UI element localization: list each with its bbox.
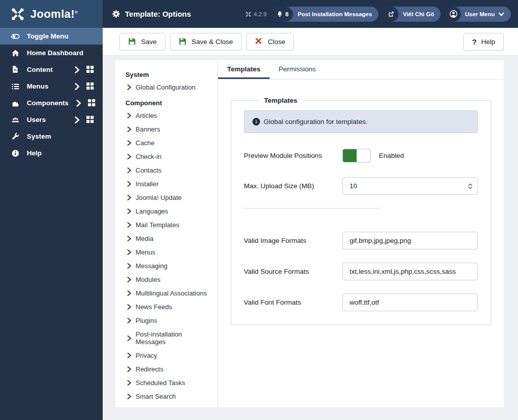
tree-item[interactable]: Languages [124, 206, 211, 217]
dashboard-grid-icon[interactable] [86, 65, 95, 74]
x-icon [255, 37, 264, 46]
valid-image-formats-label: Valid Image Formats [244, 237, 342, 244]
chevron-right-icon [127, 236, 132, 241]
tree-item-label: Plugins [136, 317, 157, 324]
frontend-preview-label: Viết Chì Gõ [403, 11, 434, 17]
tree-item-label: Messaging [136, 262, 167, 270]
user-menu-button[interactable]: User Menu [446, 7, 511, 22]
tree-group-system: System [125, 71, 211, 78]
tree-item[interactable]: Smart Search [124, 391, 211, 402]
tree-item[interactable]: Articles [124, 110, 211, 121]
chevron-right-icon [127, 208, 132, 214]
save-button[interactable]: Save [119, 33, 165, 51]
tab-permissions[interactable]: Permissions [270, 60, 325, 79]
valid-font-formats-row: Valid Font Formats [244, 293, 478, 311]
dashboard-grid-icon[interactable] [88, 99, 96, 107]
valid-image-formats-row: Valid Image Formats [244, 232, 478, 249]
sidebar-item-label: Users [27, 116, 46, 123]
valid-source-formats-input[interactable] [342, 263, 478, 280]
max-upload-size-input[interactable] [342, 177, 478, 195]
tree-item[interactable]: Scheduled Tasks [124, 377, 211, 388]
sidebar-item-label: Components [27, 99, 69, 107]
sidebar-item-toggle-menu[interactable]: Toggle Menu [0, 28, 103, 45]
tree-item[interactable]: Privacy [124, 350, 211, 361]
valid-image-formats-input[interactable] [342, 232, 478, 249]
save-close-button[interactable]: Save & Close [170, 33, 242, 51]
chevron-right-icon [127, 380, 132, 386]
floppy-disk-icon [128, 37, 137, 46]
post-installation-messages-button[interactable]: 8 Post Installation Messages [272, 7, 378, 22]
chevron-right-icon [127, 181, 132, 187]
tree-item-label: Joomla! Update [136, 194, 182, 201]
max-upload-size-row: Max. Upload Size (MB) [244, 177, 478, 195]
chevron-right-icon [127, 140, 132, 146]
sidebar-item-help[interactable]: Help [0, 145, 103, 161]
valid-source-formats-row: Valid Source Formats [244, 263, 478, 280]
sidebar-item-label: Menus [27, 82, 49, 90]
sidebar-item-users[interactable]: Users [0, 111, 103, 128]
chevron-right-icon [127, 249, 132, 255]
tree-group-component: Component [125, 99, 211, 107]
tree-item[interactable]: Messaging [124, 261, 211, 271]
tab-templates[interactable]: Templates [218, 60, 270, 79]
tree-item[interactable]: Joomla! Update [124, 192, 211, 203]
tree-item[interactable]: Global Configuration [124, 82, 211, 93]
tree-item[interactable]: Installer [124, 179, 211, 189]
tree-item[interactable]: News Feeds [124, 302, 211, 312]
tree-item[interactable]: Post-installation Messages [124, 329, 211, 347]
external-link-icon [383, 7, 399, 22]
home-icon [11, 49, 20, 57]
chevron-right-icon[interactable] [74, 83, 80, 90]
tree-item-label: Scheduled Tasks [136, 379, 185, 387]
chevron-right-icon[interactable] [76, 100, 81, 107]
tree-component-list: Articles Banners [125, 110, 211, 407]
dashboard-grid-icon[interactable] [86, 115, 95, 124]
tree-item[interactable]: Multilingual Associations [124, 288, 211, 299]
tree-item[interactable]: Mail Templates [124, 220, 211, 230]
preview-module-positions-row: Preview Module Positions Enabled [244, 147, 478, 164]
save-label: Save [141, 38, 157, 46]
tree-item[interactable]: Plugins [124, 315, 211, 326]
valid-font-formats-input[interactable] [342, 293, 478, 311]
number-spinner-icon[interactable] [468, 183, 472, 189]
tree-item[interactable]: Contacts [124, 165, 211, 176]
info-alert: i Global configuration for templates. [244, 110, 478, 133]
joomla-logo-icon [10, 7, 25, 22]
tree-item-label: News Feeds [136, 303, 172, 311]
sidebar-item-components[interactable]: Components [0, 95, 103, 111]
tree-item-label: Installer [136, 180, 159, 188]
tree-system-list: Global Configuration [125, 82, 211, 93]
tree-item[interactable]: Cache [124, 138, 211, 148]
content-wrapper: System Global Configuration Component [103, 56, 518, 420]
top-bar-main: Template: Options 4.2.9 [103, 0, 518, 28]
sidebar-item-home-dashboard[interactable]: Home Dashboard [0, 45, 103, 61]
tree-item-label: Tags [136, 406, 149, 407]
chevron-right-icon [127, 353, 132, 358]
tree-item-label: Cache [136, 139, 155, 147]
tree-item[interactable]: Tags [124, 405, 211, 407]
chevron-right-icon[interactable] [74, 66, 80, 73]
frontend-preview-button[interactable]: Viết Chì Gõ [383, 7, 441, 22]
close-label: Close [268, 38, 286, 46]
tree-item[interactable]: Redirects [124, 364, 211, 374]
tree-item[interactable]: Banners [124, 124, 211, 135]
tree-item[interactable]: Menus [124, 247, 211, 258]
dashboard-grid-icon[interactable] [86, 82, 95, 91]
chevron-right-icon[interactable] [74, 116, 80, 123]
sidebar-item-content[interactable]: Content [0, 61, 103, 78]
sidebar-item-menus[interactable]: Menus [0, 78, 103, 95]
users-icon [11, 115, 20, 124]
tree-item[interactable]: Modules [124, 274, 211, 285]
floppy-disk-icon [179, 37, 187, 46]
close-button[interactable]: Close [246, 33, 294, 51]
tree-item[interactable]: Media [124, 233, 211, 244]
sidebar-item-system[interactable]: System [0, 128, 103, 145]
joomla-version: 4.2.9 [245, 11, 267, 17]
tree-item[interactable]: Check-in [124, 151, 211, 162]
wrench-icon [11, 132, 20, 141]
preview-module-positions-toggle[interactable] [342, 149, 371, 162]
toolbar: Save Save & Close [103, 28, 518, 56]
help-button[interactable]: ? Help [463, 33, 504, 51]
chevron-down-icon [498, 11, 504, 17]
messages-count: 8 [285, 11, 288, 17]
